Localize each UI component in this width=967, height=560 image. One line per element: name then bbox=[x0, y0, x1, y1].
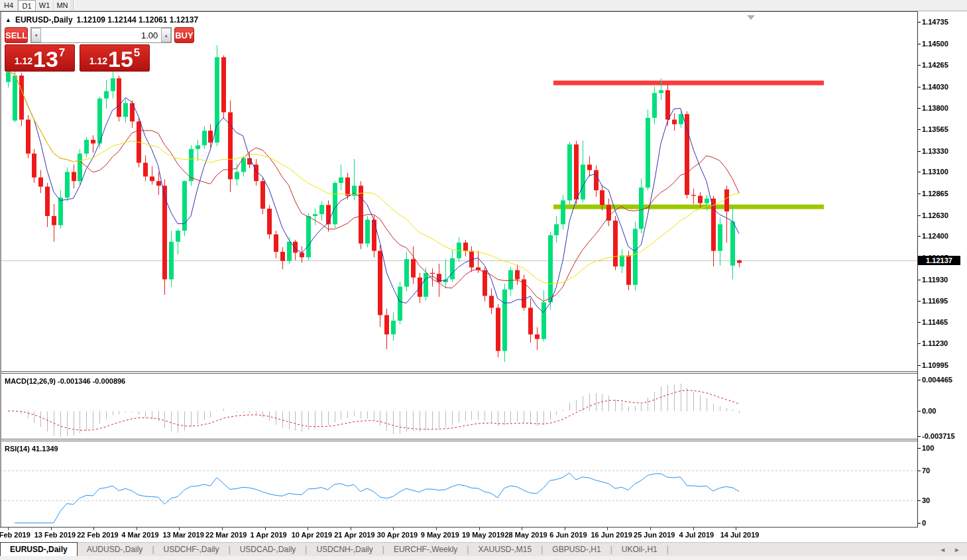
tab-scroll-right-icon[interactable]: ► bbox=[954, 546, 960, 553]
price-axis-tick bbox=[918, 322, 921, 323]
volume-input[interactable] bbox=[41, 28, 161, 42]
chart-shift-marker-icon[interactable] bbox=[747, 15, 755, 20]
date-axis-label: 6 Jun 2019 bbox=[549, 531, 587, 539]
rsi-axis-tick bbox=[918, 471, 921, 471]
date-axis-tick bbox=[607, 528, 608, 530]
date-axis-tick bbox=[522, 528, 522, 530]
chart-header: ▲ EURUSD-,Daily 1.12109 1.12144 1.12061 … bbox=[5, 15, 198, 25]
date-axis-label: 22 Mar 2019 bbox=[205, 531, 247, 539]
price-axis-label: 1.11695 bbox=[922, 297, 948, 305]
buy-button[interactable]: BUY bbox=[174, 27, 194, 43]
macd-indicator-canvas[interactable] bbox=[0, 374, 917, 439]
macd-axis-label: -0.003715 bbox=[922, 432, 955, 440]
chart-tab-eurchf[interactable]: EURCHF-,Weekly bbox=[384, 543, 467, 556]
macd-axis-label: 0.004465 bbox=[922, 376, 952, 384]
chart-tab-eurusd[interactable]: EURUSD-,Daily bbox=[0, 542, 78, 556]
panel-separator[interactable] bbox=[0, 371, 918, 374]
price-axis-label: 1.12865 bbox=[922, 190, 948, 197]
chart-tab-ukoil[interactable]: UKOil-,H1 bbox=[612, 543, 667, 556]
chart-tab-usdcnh[interactable]: USDCNH-,Daily bbox=[307, 543, 382, 556]
timeframe-button-w1[interactable]: W1 bbox=[36, 0, 54, 11]
sell-price-box[interactable]: 1.12 13 7 bbox=[5, 44, 75, 72]
price-axis-label: 1.13100 bbox=[922, 168, 948, 176]
price-axis-label: 1.13330 bbox=[922, 147, 948, 155]
chart-tab-audusd[interactable]: AUDUSD-,Daily bbox=[78, 543, 152, 556]
chart-tab-usdcad[interactable]: USDCAD-,Daily bbox=[231, 543, 306, 556]
buy-price-prefix: 1.12 bbox=[89, 56, 107, 66]
price-axis-label: 1.14500 bbox=[922, 40, 948, 48]
date-axis-label: 10 Apr 2019 bbox=[292, 531, 332, 539]
rsi-value: 41.1349 bbox=[32, 445, 58, 453]
price-axis-tick bbox=[918, 65, 921, 66]
macd-axis-label: 0.00 bbox=[922, 407, 936, 415]
chart-tab-xauusd[interactable]: XAUUSD-,M15 bbox=[469, 543, 541, 556]
tab-scroll-left-icon[interactable]: ◄ bbox=[939, 546, 946, 553]
date-axis-tick bbox=[650, 528, 651, 530]
macd-values: -0.001346 -0.000896 bbox=[58, 377, 125, 385]
rsi-indicator-canvas[interactable] bbox=[0, 442, 917, 527]
volume-increase-button[interactable]: ▲ bbox=[161, 28, 171, 42]
date-axis-tick bbox=[265, 528, 266, 530]
price-axis-label: 1.13565 bbox=[922, 125, 948, 133]
date-axis-tick bbox=[8, 528, 9, 530]
collapse-icon[interactable]: ▲ bbox=[5, 17, 11, 23]
toolbar-divider bbox=[73, 0, 75, 11]
date-axis-label: 25 Jun 2019 bbox=[634, 531, 675, 539]
volume-decrease-button[interactable]: ▼ bbox=[31, 28, 41, 42]
price-axis-label: 1.12630 bbox=[922, 211, 948, 219]
rsi-axis-tick bbox=[918, 523, 921, 524]
date-axis-tick bbox=[479, 528, 480, 530]
timeframe-toolbar: H4D1W1MN bbox=[0, 0, 967, 11]
date-axis-label: 4 Feb 2019 bbox=[0, 531, 30, 539]
date-axis-tick bbox=[308, 528, 308, 530]
price-axis-tick bbox=[918, 22, 921, 23]
date-axis-tick bbox=[736, 528, 736, 530]
price-axis-label: 1.10995 bbox=[922, 361, 948, 369]
price-axis-label: 1.14030 bbox=[922, 83, 948, 91]
volume-control: ▼ ▲ bbox=[30, 27, 172, 43]
date-axis-tick bbox=[179, 528, 180, 530]
date-axis-label: 1 Apr 2019 bbox=[250, 531, 286, 539]
tab-scroll-controls: ◄ ► bbox=[939, 543, 960, 556]
chart-symbol-label: EURUSD-,Daily bbox=[15, 15, 73, 25]
timeframe-buttons: H4D1W1MN bbox=[0, 0, 72, 11]
panel-separator[interactable] bbox=[0, 439, 918, 441]
chart-tab-usdchf[interactable]: USDCHF-,Daily bbox=[154, 543, 229, 556]
chart-tab-gbpusd[interactable]: GBPUSD-,H1 bbox=[543, 543, 610, 556]
chart-tabs: EURUSD-,DailyAUDUSD-,Daily|USDCHF-,Daily… bbox=[0, 542, 669, 556]
date-axis-label: 22 Feb 2019 bbox=[77, 531, 118, 539]
timeframe-button-d1[interactable]: D1 bbox=[18, 0, 36, 11]
buy-price-box[interactable]: 1.12 15 5 bbox=[80, 44, 150, 72]
price-axis-tick bbox=[918, 151, 921, 152]
price-axis-tick bbox=[918, 87, 921, 87]
rsi-axis-label: 30 bbox=[922, 496, 930, 504]
tab-separator: | bbox=[667, 545, 669, 554]
sell-price-pip: 7 bbox=[59, 46, 65, 60]
price-axis-tick bbox=[918, 236, 921, 237]
date-axis-tick bbox=[393, 528, 394, 530]
buy-price-main: 15 bbox=[108, 49, 133, 69]
date-axis-tick bbox=[137, 528, 137, 530]
date-axis-tick bbox=[222, 528, 223, 530]
date-axis[interactable]: 4 Feb 201913 Feb 201922 Feb 20194 Mar 20… bbox=[0, 528, 918, 542]
price-axis-tick bbox=[918, 194, 921, 194]
window-bottom-edge bbox=[0, 556, 967, 560]
sell-price-prefix: 1.12 bbox=[15, 56, 32, 66]
rsi-axis-tick bbox=[918, 500, 921, 501]
date-axis-tick bbox=[51, 528, 52, 530]
sell-button[interactable]: SELL bbox=[5, 27, 28, 43]
price-axis[interactable]: 1.147351.145001.142651.140301.138001.135… bbox=[918, 12, 967, 541]
macd-name: MACD(12,26,9) bbox=[5, 377, 56, 385]
price-axis-label: 1.13800 bbox=[922, 104, 948, 112]
price-axis-tick bbox=[918, 343, 921, 344]
rsi-axis-tick bbox=[918, 448, 921, 449]
rsi-name: RSI(14) bbox=[5, 445, 30, 453]
macd-axis-tick bbox=[918, 411, 921, 412]
timeframe-button-h4[interactable]: H4 bbox=[0, 0, 18, 11]
date-axis-label: 13 Mar 2019 bbox=[162, 531, 203, 539]
date-axis-label: 4 Mar 2019 bbox=[121, 531, 158, 539]
timeframe-button-mn[interactable]: MN bbox=[54, 0, 72, 11]
price-axis-tick bbox=[918, 365, 921, 366]
one-click-trading-panel: SELL ▼ ▲ BUY 1.12 13 7 1.12 15 5 bbox=[5, 27, 150, 72]
current-bid-price-badge: 1.12137 bbox=[918, 256, 960, 265]
